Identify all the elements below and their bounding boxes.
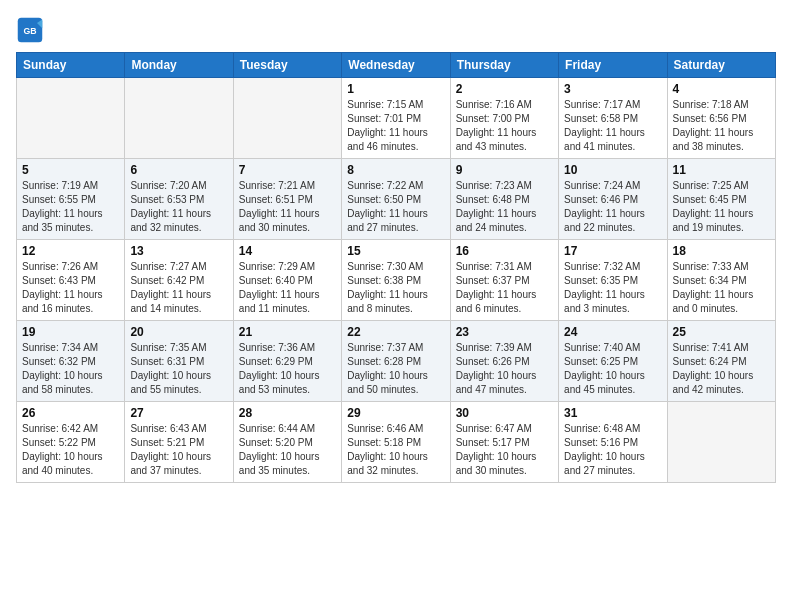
day-number: 31 <box>564 406 661 420</box>
day-number: 4 <box>673 82 770 96</box>
day-info: Sunrise: 7:30 AMSunset: 6:38 PMDaylight:… <box>347 260 444 316</box>
calendar-cell: 22Sunrise: 7:37 AMSunset: 6:28 PMDayligh… <box>342 321 450 402</box>
day-info: Sunrise: 7:35 AMSunset: 6:31 PMDaylight:… <box>130 341 227 397</box>
day-info: Sunrise: 7:39 AMSunset: 6:26 PMDaylight:… <box>456 341 553 397</box>
day-number: 5 <box>22 163 119 177</box>
day-info: Sunrise: 7:24 AMSunset: 6:46 PMDaylight:… <box>564 179 661 235</box>
day-number: 23 <box>456 325 553 339</box>
calendar-cell: 7Sunrise: 7:21 AMSunset: 6:51 PMDaylight… <box>233 159 341 240</box>
day-number: 18 <box>673 244 770 258</box>
day-info: Sunrise: 7:25 AMSunset: 6:45 PMDaylight:… <box>673 179 770 235</box>
day-number: 12 <box>22 244 119 258</box>
day-number: 28 <box>239 406 336 420</box>
calendar-cell: 11Sunrise: 7:25 AMSunset: 6:45 PMDayligh… <box>667 159 775 240</box>
day-info: Sunrise: 7:41 AMSunset: 6:24 PMDaylight:… <box>673 341 770 397</box>
day-info: Sunrise: 7:15 AMSunset: 7:01 PMDaylight:… <box>347 98 444 154</box>
calendar-cell: 8Sunrise: 7:22 AMSunset: 6:50 PMDaylight… <box>342 159 450 240</box>
day-info: Sunrise: 7:40 AMSunset: 6:25 PMDaylight:… <box>564 341 661 397</box>
calendar-cell: 29Sunrise: 6:46 AMSunset: 5:18 PMDayligh… <box>342 402 450 483</box>
calendar-week-row: 19Sunrise: 7:34 AMSunset: 6:32 PMDayligh… <box>17 321 776 402</box>
calendar-week-row: 12Sunrise: 7:26 AMSunset: 6:43 PMDayligh… <box>17 240 776 321</box>
day-number: 26 <box>22 406 119 420</box>
calendar-cell: 31Sunrise: 6:48 AMSunset: 5:16 PMDayligh… <box>559 402 667 483</box>
calendar-cell: 9Sunrise: 7:23 AMSunset: 6:48 PMDaylight… <box>450 159 558 240</box>
day-number: 17 <box>564 244 661 258</box>
calendar-cell: 30Sunrise: 6:47 AMSunset: 5:17 PMDayligh… <box>450 402 558 483</box>
calendar-cell <box>125 78 233 159</box>
day-info: Sunrise: 7:17 AMSunset: 6:58 PMDaylight:… <box>564 98 661 154</box>
day-info: Sunrise: 7:33 AMSunset: 6:34 PMDaylight:… <box>673 260 770 316</box>
day-number: 20 <box>130 325 227 339</box>
calendar-cell: 25Sunrise: 7:41 AMSunset: 6:24 PMDayligh… <box>667 321 775 402</box>
calendar-cell: 2Sunrise: 7:16 AMSunset: 7:00 PMDaylight… <box>450 78 558 159</box>
day-number: 24 <box>564 325 661 339</box>
day-info: Sunrise: 7:31 AMSunset: 6:37 PMDaylight:… <box>456 260 553 316</box>
calendar-week-row: 26Sunrise: 6:42 AMSunset: 5:22 PMDayligh… <box>17 402 776 483</box>
column-header-friday: Friday <box>559 53 667 78</box>
calendar-cell: 17Sunrise: 7:32 AMSunset: 6:35 PMDayligh… <box>559 240 667 321</box>
day-info: Sunrise: 6:46 AMSunset: 5:18 PMDaylight:… <box>347 422 444 478</box>
day-info: Sunrise: 7:34 AMSunset: 6:32 PMDaylight:… <box>22 341 119 397</box>
day-number: 6 <box>130 163 227 177</box>
day-info: Sunrise: 7:21 AMSunset: 6:51 PMDaylight:… <box>239 179 336 235</box>
day-info: Sunrise: 6:47 AMSunset: 5:17 PMDaylight:… <box>456 422 553 478</box>
calendar-cell: 10Sunrise: 7:24 AMSunset: 6:46 PMDayligh… <box>559 159 667 240</box>
day-number: 10 <box>564 163 661 177</box>
column-header-tuesday: Tuesday <box>233 53 341 78</box>
calendar: SundayMondayTuesdayWednesdayThursdayFrid… <box>16 52 776 483</box>
day-number: 21 <box>239 325 336 339</box>
page-header: GB <box>16 16 776 44</box>
calendar-cell: 27Sunrise: 6:43 AMSunset: 5:21 PMDayligh… <box>125 402 233 483</box>
calendar-cell <box>667 402 775 483</box>
logo-icon: GB <box>16 16 44 44</box>
day-info: Sunrise: 6:43 AMSunset: 5:21 PMDaylight:… <box>130 422 227 478</box>
calendar-cell: 4Sunrise: 7:18 AMSunset: 6:56 PMDaylight… <box>667 78 775 159</box>
day-number: 3 <box>564 82 661 96</box>
day-info: Sunrise: 7:36 AMSunset: 6:29 PMDaylight:… <box>239 341 336 397</box>
day-info: Sunrise: 7:20 AMSunset: 6:53 PMDaylight:… <box>130 179 227 235</box>
calendar-cell: 3Sunrise: 7:17 AMSunset: 6:58 PMDaylight… <box>559 78 667 159</box>
day-number: 9 <box>456 163 553 177</box>
calendar-cell: 19Sunrise: 7:34 AMSunset: 6:32 PMDayligh… <box>17 321 125 402</box>
logo: GB <box>16 16 48 44</box>
day-info: Sunrise: 7:26 AMSunset: 6:43 PMDaylight:… <box>22 260 119 316</box>
calendar-cell: 28Sunrise: 6:44 AMSunset: 5:20 PMDayligh… <box>233 402 341 483</box>
day-info: Sunrise: 7:32 AMSunset: 6:35 PMDaylight:… <box>564 260 661 316</box>
calendar-week-row: 1Sunrise: 7:15 AMSunset: 7:01 PMDaylight… <box>17 78 776 159</box>
column-header-thursday: Thursday <box>450 53 558 78</box>
column-header-sunday: Sunday <box>17 53 125 78</box>
day-info: Sunrise: 7:22 AMSunset: 6:50 PMDaylight:… <box>347 179 444 235</box>
svg-text:GB: GB <box>23 26 36 36</box>
day-info: Sunrise: 7:16 AMSunset: 7:00 PMDaylight:… <box>456 98 553 154</box>
day-info: Sunrise: 7:29 AMSunset: 6:40 PMDaylight:… <box>239 260 336 316</box>
calendar-cell: 18Sunrise: 7:33 AMSunset: 6:34 PMDayligh… <box>667 240 775 321</box>
day-info: Sunrise: 7:19 AMSunset: 6:55 PMDaylight:… <box>22 179 119 235</box>
day-number: 14 <box>239 244 336 258</box>
day-info: Sunrise: 6:44 AMSunset: 5:20 PMDaylight:… <box>239 422 336 478</box>
calendar-cell: 5Sunrise: 7:19 AMSunset: 6:55 PMDaylight… <box>17 159 125 240</box>
day-number: 30 <box>456 406 553 420</box>
day-info: Sunrise: 7:37 AMSunset: 6:28 PMDaylight:… <box>347 341 444 397</box>
calendar-cell: 14Sunrise: 7:29 AMSunset: 6:40 PMDayligh… <box>233 240 341 321</box>
calendar-cell: 23Sunrise: 7:39 AMSunset: 6:26 PMDayligh… <box>450 321 558 402</box>
calendar-header-row: SundayMondayTuesdayWednesdayThursdayFrid… <box>17 53 776 78</box>
day-info: Sunrise: 6:48 AMSunset: 5:16 PMDaylight:… <box>564 422 661 478</box>
column-header-saturday: Saturday <box>667 53 775 78</box>
column-header-wednesday: Wednesday <box>342 53 450 78</box>
day-number: 13 <box>130 244 227 258</box>
day-number: 25 <box>673 325 770 339</box>
day-number: 15 <box>347 244 444 258</box>
calendar-cell <box>17 78 125 159</box>
day-number: 7 <box>239 163 336 177</box>
day-number: 27 <box>130 406 227 420</box>
calendar-cell: 13Sunrise: 7:27 AMSunset: 6:42 PMDayligh… <box>125 240 233 321</box>
column-header-monday: Monday <box>125 53 233 78</box>
day-number: 19 <box>22 325 119 339</box>
calendar-cell: 15Sunrise: 7:30 AMSunset: 6:38 PMDayligh… <box>342 240 450 321</box>
day-info: Sunrise: 7:23 AMSunset: 6:48 PMDaylight:… <box>456 179 553 235</box>
day-info: Sunrise: 7:18 AMSunset: 6:56 PMDaylight:… <box>673 98 770 154</box>
day-number: 1 <box>347 82 444 96</box>
day-number: 2 <box>456 82 553 96</box>
day-number: 22 <box>347 325 444 339</box>
calendar-cell: 1Sunrise: 7:15 AMSunset: 7:01 PMDaylight… <box>342 78 450 159</box>
